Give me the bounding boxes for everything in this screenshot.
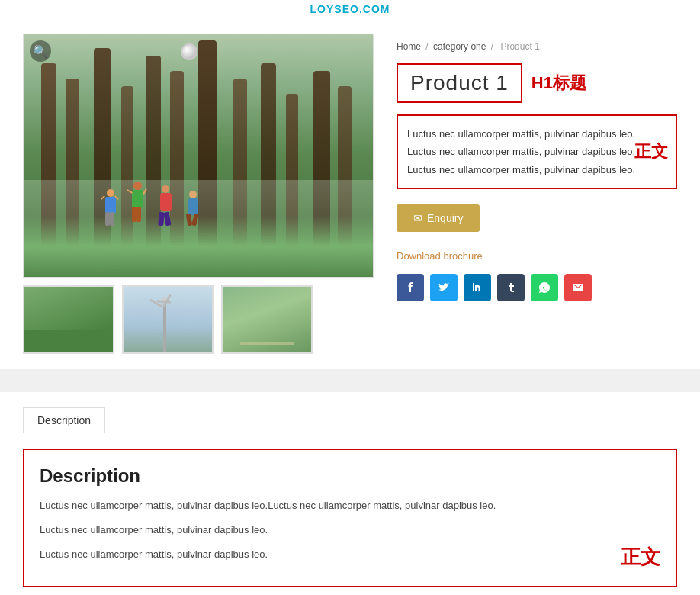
figures — [101, 182, 201, 235]
thumbnail-1[interactable] — [23, 285, 114, 354]
tabs-section: Description Description Luctus nec ullam… — [0, 392, 700, 595]
breadcrumb: Home / category one / Product 1 — [397, 41, 677, 52]
description-heading: Description — [40, 465, 660, 487]
section-divider — [0, 369, 700, 392]
main-image: 🔍 — [23, 34, 374, 278]
breadcrumb-sep-1: / — [425, 41, 431, 52]
enquiry-button[interactable]: ✉ Enquiry — [397, 204, 480, 232]
description-content: Description Luctus nec ullamcorper matti… — [23, 449, 677, 587]
twitter-icon[interactable] — [430, 274, 458, 301]
envelope-icon: ✉ — [413, 212, 422, 224]
product-images: 🔍 — [23, 34, 374, 354]
h1-label: H1标题 — [531, 72, 586, 95]
figure-2 — [128, 182, 146, 235]
figure-4 — [185, 191, 201, 235]
thumbnail-row — [23, 285, 374, 354]
zhengwen-badge: 正文 — [634, 137, 668, 167]
ball — [181, 43, 197, 60]
download-brochure-link[interactable]: Download brochure — [397, 250, 677, 262]
watermark-text: LOYSEO.COM — [310, 3, 390, 15]
social-icons — [397, 274, 677, 301]
figure-1 — [101, 189, 119, 235]
product-description-box: Luctus nec ullamcorper mattis, pulvinar … — [397, 114, 677, 189]
facebook-icon[interactable] — [397, 274, 424, 301]
description-para-1: Luctus nec ullamcorper mattis, pulvinar … — [40, 497, 660, 514]
tab-bar: Description — [23, 407, 677, 433]
zoom-icon[interactable]: 🔍 — [30, 40, 51, 62]
zhengwen-badge-desc: 正文 — [621, 544, 660, 571]
thumbnail-2[interactable] — [122, 285, 214, 354]
tab-description-label: Description — [37, 414, 91, 426]
watermark-bar: LOYSEO.COM — [0, 0, 700, 18]
breadcrumb-sep-2: / — [491, 41, 496, 52]
thumbnail-3[interactable] — [221, 285, 313, 354]
description-para-2: Luctus nec ullamcorper mattis, pulvinar … — [40, 522, 660, 539]
enquiry-button-wrapper: ✉ Enquiry — [397, 204, 677, 241]
product-desc-line-2: Luctus nec ullamcorper mattis, pulvinar … — [407, 143, 666, 160]
product-section: 🔍 — [0, 18, 700, 369]
breadcrumb-home[interactable]: Home — [397, 41, 421, 52]
whatsapp-icon[interactable] — [531, 274, 558, 301]
breadcrumb-category[interactable]: category one — [433, 41, 486, 52]
product-title-row: Product 1 H1标题 — [397, 63, 677, 103]
product-desc-line-1: Luctus nec ullamcorper mattis, pulvinar … — [407, 125, 666, 143]
tumblr-icon[interactable] — [497, 274, 525, 301]
linkedin-icon[interactable] — [464, 274, 491, 301]
figure-3 — [156, 185, 175, 235]
breadcrumb-current: Product 1 — [500, 41, 539, 52]
description-para-3: Luctus nec ullamcorper mattis, pulvinar … — [40, 546, 660, 563]
page-wrapper: LOYSEO.COM — [0, 0, 700, 595]
tab-description[interactable]: Description — [23, 407, 105, 433]
email-icon[interactable] — [564, 274, 592, 301]
product-desc-line-3: Luctus nec ullamcorper mattis, pulvinar … — [407, 161, 666, 178]
product-info: Home / category one / Product 1 Product … — [397, 34, 677, 354]
product-title: Product 1 — [397, 63, 522, 103]
enquiry-label: Enquiry — [427, 212, 463, 224]
